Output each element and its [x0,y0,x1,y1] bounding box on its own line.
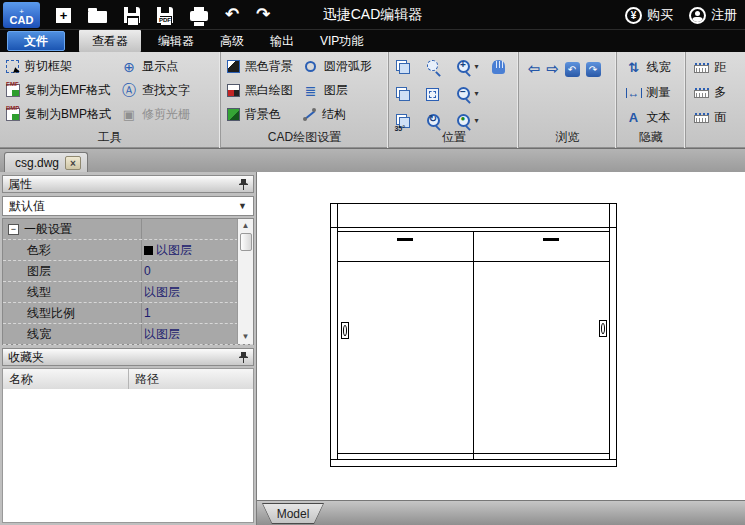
zoom-out-caret-icon[interactable]: ▾ [474,90,478,98]
drawing-canvas[interactable] [257,172,745,500]
multi-distance-button[interactable]: 多 [693,84,745,101]
scroll-thumb[interactable] [240,233,252,251]
property-row-layer[interactable]: 图层 0 [3,261,253,282]
zoom-in-caret-icon[interactable]: ▾ [474,63,478,71]
zoom-in-button[interactable]: +▾ [456,57,492,77]
area-icon [694,115,709,123]
black-background-label: 黑色背景 [245,58,293,75]
pdf-badge: PDF [159,17,171,23]
menu-viewer[interactable]: 查看器 [79,30,141,52]
layers-button[interactable]: ≣ 图层 [303,82,372,99]
find-text-label: 查找文字 [142,82,190,99]
cut-frame-button[interactable]: 剪切框架 [6,58,111,75]
model-tab[interactable]: Model [262,503,324,524]
save-as-pdf-icon[interactable]: PDF [157,7,173,23]
rotate-35-icon: 35° [396,114,410,128]
menu-advanced[interactable]: 高级 [207,30,257,52]
properties-scrollbar[interactable]: ▲ ▼ [237,219,253,344]
close-tab-icon[interactable]: × [65,156,81,170]
properties-title: 属性 [8,176,32,193]
print-icon[interactable] [190,11,208,21]
zoom-out-button[interactable]: −▾ [456,84,492,104]
rotate-35-button[interactable]: 35° [396,111,426,131]
group-label-drawing-settings: CAD绘图设置 [221,129,389,146]
show-points-button[interactable]: ⊕ 显示点 [121,58,190,75]
document-tab[interactable]: csg.dwg × [4,152,88,173]
property-group-row[interactable]: −一般设置 [3,219,253,240]
zoom-selected-button[interactable]: ●▾ [456,111,492,131]
bw-drawing-button[interactable]: 黑白绘图 [227,82,293,99]
favorites-path-column[interactable]: 路径 [129,371,159,388]
scroll-down-icon[interactable]: ▼ [242,330,250,344]
structure-button[interactable]: 结构 [303,106,372,123]
view-forward-icon[interactable]: ⇨ [546,60,559,78]
property-row-color[interactable]: 色彩 以图层 [3,240,253,261]
zoom-previous-button[interactable]: ↻ [426,111,456,131]
menu-output[interactable]: 输出 [257,30,307,52]
menu-editor[interactable]: 编辑器 [145,30,207,52]
ribbon-group-tools: 剪切框架 EMF 复制为EMF格式 BMP 复制为BMP格式 ⊕ 显示点 [0,52,221,148]
property-row-linetype-scale[interactable]: 线型比例 1 [3,303,253,324]
black-background-button[interactable]: 黑色背景 [227,58,293,75]
area-button[interactable]: 面 [693,109,745,126]
menu-file[interactable]: 文件 [7,31,65,51]
collapse-icon[interactable]: − [8,224,19,235]
rotate-view-button[interactable] [396,57,426,77]
properties-grid: −一般设置 色彩 以图层 图层 0 线型 以图层 线型比例 1 线宽 以图层 [2,218,254,345]
redo-icon[interactable]: ↷ [256,5,270,25]
measure-button[interactable]: ↔ 测量 [626,84,686,101]
property-row-lineweight[interactable]: 线宽 以图层 [3,324,253,345]
copy-bmp-icon: BMP [6,108,20,121]
rotate-view-icon [396,60,410,74]
bw-drawing-label: 黑白绘图 [245,82,293,99]
pan-button[interactable] [492,57,518,77]
favorites-pin-icon[interactable] [239,352,248,363]
buy-button[interactable]: ¥ 购买 [625,6,673,24]
pin-icon[interactable] [239,179,248,190]
rotate-view-ccw-button[interactable] [396,84,426,104]
background-color-button[interactable]: 背景色 [227,106,293,123]
copy-bmp-button[interactable]: BMP 复制为BMP格式 [6,106,111,123]
open-folder-icon[interactable] [88,11,107,23]
view-undo-icon[interactable]: ↶ [565,62,580,77]
register-button[interactable]: 注册 [689,6,737,24]
property-row-linetype[interactable]: 线型 以图层 [3,282,253,303]
pan-hand-icon [492,60,505,74]
line-width-icon: ⇅ [626,60,642,76]
group-label-browse: 浏览 [519,129,615,146]
zoom-selected-caret-icon[interactable]: ▾ [474,117,478,125]
view-redo-icon[interactable]: ↷ [586,62,601,77]
left-door-handle [341,322,349,339]
zoom-window-button[interactable] [426,57,456,77]
copy-emf-button[interactable]: EMF 复制为EMF格式 [6,82,111,99]
distance-button[interactable]: 距 [693,59,745,76]
menu-vip[interactable]: VIP功能 [307,30,376,52]
fit-to-view-button[interactable] [426,84,456,104]
text-button[interactable]: A 文本 [626,109,686,126]
favorites-panel-header: 收藏夹 [2,348,254,366]
multi-distance-icon [694,90,709,98]
app-logo-icon: + CAD [3,2,40,28]
save-icon[interactable] [124,7,140,23]
favorites-column-headers: 名称 路径 [2,368,254,390]
trim-raster-button[interactable]: ▣ 修剪光栅 [121,106,190,123]
ribbon-group-drawing-settings: 黑色背景 黑白绘图 背景色 圆滑弧形 [221,52,390,148]
favorites-list[interactable] [2,389,254,523]
undo-icon[interactable]: ↶ [225,5,239,25]
view-back-icon[interactable]: ⇦ [527,60,540,78]
scroll-up-icon[interactable]: ▲ [242,219,250,233]
zoom-window-icon [426,59,442,75]
text-label: 文本 [647,109,671,126]
find-text-button[interactable]: Ⓐ 查找文字 [121,82,190,99]
smooth-arc-button[interactable]: 圆滑弧形 [303,58,372,75]
cut-frame-icon [6,60,19,73]
line-width-button[interactable]: ⇅ 线宽 [626,59,686,76]
favorites-name-column[interactable]: 名称 [3,369,129,389]
layers-icon: ≣ [303,83,319,99]
preset-dropdown[interactable]: 默认值 ▼ [2,196,254,216]
measure-icon: ↔ [626,88,642,98]
background-color-icon [227,108,240,121]
new-file-icon[interactable]: + [56,8,71,23]
cabinet-center-divider-line [473,231,474,459]
document-tab-bar: csg.dwg × [0,148,745,172]
